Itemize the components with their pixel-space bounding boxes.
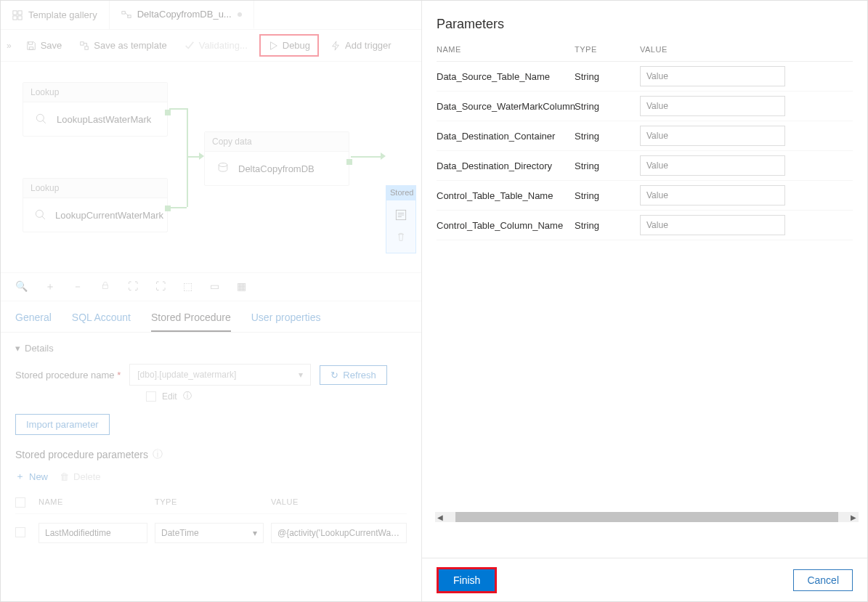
tab-user-properties[interactable]: User properties: [251, 312, 321, 332]
tab-template-gallery[interactable]: Template gallery: [1, 1, 110, 29]
node-lookup-last-watermark[interactable]: Lookup LookupLastWaterMark: [23, 82, 168, 137]
chevron-down-icon: ▾: [299, 370, 303, 380]
chevron-down-icon: ▾: [15, 343, 20, 354]
toolbar: » Save Save as template Validating...: [1, 30, 421, 62]
param-value-input[interactable]: [640, 126, 785, 146]
parameter-row: Control_Table_Column_Name String: [437, 211, 853, 240]
param-row: DateTime ▾: [15, 514, 407, 552]
param-type-select[interactable]: DateTime ▾: [155, 523, 264, 543]
col-type: TYPE: [575, 45, 640, 54]
node-label: LookupCurrentWaterMark: [55, 210, 163, 221]
new-label: New: [29, 471, 48, 482]
info-icon: ⓘ: [153, 448, 163, 461]
fit-icon[interactable]: ⛶: [128, 280, 138, 293]
row-checkbox[interactable]: [15, 527, 25, 537]
param-name: Data_Destination_Container: [437, 131, 575, 142]
align-icon[interactable]: ▭: [210, 280, 219, 293]
param-value-input[interactable]: [640, 215, 785, 235]
parameter-row: Data_Destination_Directory String: [437, 151, 853, 181]
param-name: Control_Table_Table_Name: [437, 190, 575, 201]
collapse-icon[interactable]: »: [7, 41, 12, 51]
pipeline-canvas[interactable]: Lookup LookupLastWaterMark Lookup Lookup…: [1, 62, 421, 272]
save-button[interactable]: Save: [19, 36, 70, 55]
param-value-input[interactable]: [640, 66, 785, 86]
svg-point-10: [219, 163, 227, 167]
tab-general[interactable]: General: [15, 312, 52, 332]
parameter-row: Data_Destination_Container String: [437, 121, 853, 151]
param-value-input[interactable]: [640, 155, 785, 176]
sp-name-select[interactable]: [dbo].[update_watermark] ▾: [129, 364, 311, 386]
tab-deltacopy[interactable]: DeltaCopyfromDB_u...: [110, 1, 254, 29]
svg-rect-12: [103, 285, 108, 288]
save-template-icon: [79, 41, 89, 51]
param-value-input[interactable]: [640, 96, 785, 116]
save-label: Save: [41, 40, 62, 51]
minus-icon[interactable]: －: [73, 280, 83, 293]
param-name: Data_Source_Table_Name: [437, 71, 575, 82]
add-trigger-button[interactable]: Add trigger: [323, 36, 399, 55]
parameter-row: Data_Source_Table_Name String: [437, 62, 853, 91]
scroll-thumb[interactable]: [455, 512, 838, 522]
debug-button[interactable]: Debug: [261, 36, 317, 55]
sp-name-label: Stored procedure name *: [15, 370, 121, 381]
parameter-row: Control_Table_Table_Name String: [437, 181, 853, 211]
trash-icon: 🗑: [60, 471, 69, 482]
svg-rect-1: [18, 10, 22, 14]
horizontal-scrollbar[interactable]: ◀ ▶: [435, 512, 859, 522]
node-header: Stored: [386, 185, 416, 200]
fullscreen-icon[interactable]: ⛶: [155, 280, 166, 293]
add-icon[interactable]: ＋: [45, 280, 55, 293]
save-as-template-button[interactable]: Save as template: [72, 36, 174, 55]
node-stored-procedure[interactable]: Stored: [386, 185, 416, 253]
svg-rect-7: [85, 46, 88, 49]
param-type: String: [575, 71, 640, 82]
node-copy-data[interactable]: Copy data DeltaCopyfromDB: [204, 131, 349, 186]
property-tabs: General SQL Account Stored Procedure Use…: [1, 301, 421, 333]
svg-rect-4: [122, 11, 125, 14]
zoom-search-icon[interactable]: 🔍: [15, 280, 28, 293]
finish-button[interactable]: Finish: [439, 569, 495, 591]
panel-footer: Finish Cancel: [422, 558, 867, 601]
param-name: Data_Destination_Directory: [437, 160, 575, 171]
tab-sql-account[interactable]: SQL Account: [72, 312, 131, 332]
tab-label: Template gallery: [28, 9, 97, 20]
details-header[interactable]: ▾ Details: [15, 343, 407, 354]
pipeline-icon: [121, 9, 131, 20]
delete-icon[interactable]: [395, 231, 407, 245]
param-name-input[interactable]: [38, 523, 147, 543]
select-all-checkbox[interactable]: [15, 497, 25, 508]
param-value-input[interactable]: [271, 523, 407, 543]
col-name: NAME: [38, 497, 155, 509]
parameter-row: Data_Source_WaterMarkColumn String: [437, 91, 853, 121]
node-label: DeltaCopyfromDB: [238, 163, 315, 174]
details-title: Details: [25, 343, 54, 354]
lookup-icon: [33, 207, 48, 223]
node-label: LookupLastWaterMark: [57, 114, 151, 125]
select-icon[interactable]: ⬚: [183, 280, 192, 293]
unsaved-dot-icon: [238, 12, 242, 17]
canvas-controls: 🔍 ＋ － ⛶ ⛶ ⬚ ▭ ▦: [1, 272, 421, 301]
editor-tabs: Template gallery DeltaCopyfromDB_u...: [1, 1, 421, 30]
import-parameter-button[interactable]: Import parameter: [15, 414, 110, 435]
lock-icon[interactable]: [100, 280, 110, 293]
debug-label: Debug: [283, 40, 310, 51]
node-header: Copy data: [205, 132, 349, 152]
cancel-button[interactable]: Cancel: [793, 569, 853, 591]
param-type: String: [575, 160, 640, 171]
scroll-left-icon[interactable]: ◀: [435, 513, 445, 521]
edit-label: Edit: [162, 391, 177, 402]
refresh-button[interactable]: ↻ Refresh: [320, 365, 387, 385]
param-value-input[interactable]: [640, 185, 785, 206]
layout-icon[interactable]: ▦: [237, 280, 246, 293]
edit-checkbox[interactable]: [146, 391, 156, 402]
script-icon: [394, 208, 408, 225]
node-lookup-current-watermark[interactable]: Lookup LookupCurrentWaterMark: [23, 178, 168, 232]
new-param-button[interactable]: ＋ New: [15, 470, 48, 483]
validating-status: Validating...: [177, 36, 255, 55]
col-name: NAME: [437, 45, 575, 54]
scroll-right-icon[interactable]: ▶: [848, 513, 859, 521]
tab-stored-procedure[interactable]: Stored Procedure: [151, 312, 231, 332]
info-icon: ⓘ: [183, 390, 192, 402]
delete-param-button[interactable]: 🗑 Delete: [60, 470, 101, 483]
check-icon: [184, 41, 195, 51]
